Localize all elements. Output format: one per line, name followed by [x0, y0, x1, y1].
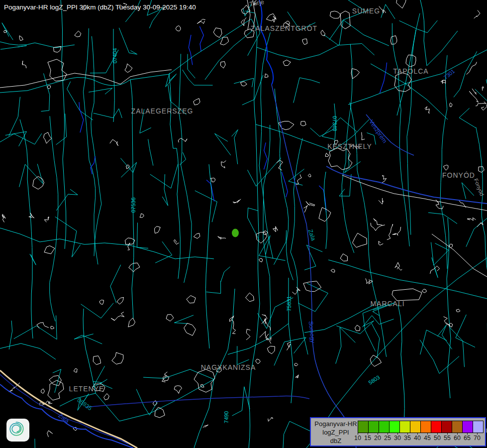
- legend-color-cell: [473, 421, 484, 433]
- legend-color-scale: [358, 421, 484, 433]
- settlement-outline-layer: [0, 0, 487, 437]
- legend-tick-label: 25: [384, 435, 391, 442]
- legend-tick-label: 40: [414, 435, 421, 442]
- radar-logo: [6, 419, 29, 442]
- legend-color-cell: [399, 421, 410, 433]
- legend-color-cell: [462, 421, 473, 433]
- legend-color-cell: [441, 421, 452, 433]
- legend-tick-label: 10: [354, 435, 361, 442]
- rivers-borders-layer: [0, 0, 487, 448]
- radar-map: [0, 0, 487, 448]
- legend-color-cell: [452, 421, 463, 433]
- spiral-icon: [6, 419, 26, 439]
- legend-color-cell: [389, 421, 400, 433]
- legend-color-cell: [420, 421, 431, 433]
- legend-color-cell: [410, 421, 421, 433]
- dbz-legend: Poganyvar-HR logZ_PPI dbZ 10152025303540…: [310, 417, 486, 447]
- legend-unit: dbZ: [313, 437, 359, 445]
- legend-tick-label: 50: [434, 435, 441, 442]
- legend-tick-label: 35: [404, 435, 411, 442]
- legend-text: Poganyvar-HR logZ_PPI dbZ: [313, 420, 359, 445]
- legend-tick-label: 70: [474, 435, 481, 442]
- minor-roads-layer: [0, 0, 487, 448]
- radar-echo: [232, 229, 239, 237]
- legend-color-cell: [358, 421, 369, 433]
- legend-color-cell: [431, 421, 442, 433]
- major-roads-layer: [0, 0, 487, 448]
- legend-tick-label: 60: [454, 435, 461, 442]
- legend-station: Poganyvar-HR: [313, 420, 359, 428]
- radar-title: Poganyvar-HR logZ_PPI 30km (dbZ) Tuesday…: [4, 3, 196, 11]
- legend-tick-label: 30: [394, 435, 401, 442]
- legend-tick-label: 20: [374, 435, 381, 442]
- legend-tick-label: 65: [464, 435, 471, 442]
- legend-tick-label: 45: [424, 435, 431, 442]
- legend-tick-label: 55: [444, 435, 451, 442]
- legend-color-cell: [379, 421, 390, 433]
- minor-rivers-layer: [79, 26, 387, 213]
- legend-product: logZ_PPI: [313, 428, 359, 437]
- legend-tick-label: 15: [364, 435, 371, 442]
- legend-color-cell: [368, 421, 379, 433]
- radar-screen: SÜMEGZALASZENTGRÓTTAPOLCAZALAEGERSZEGKES…: [0, 0, 487, 448]
